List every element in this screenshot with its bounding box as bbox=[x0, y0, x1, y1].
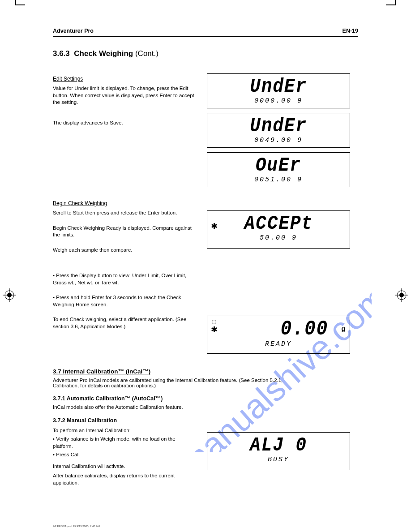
star-icon: ✱ bbox=[211, 325, 218, 335]
mancal-s2: • Verify balance is in Weigh mode, with … bbox=[53, 436, 196, 450]
cal-head: 3.7 Internal Calibration™ (InCal™) bbox=[53, 368, 150, 375]
mancal-s3: • Press Cal. bbox=[53, 451, 196, 459]
footer-smallprint: AP FRONT.pmd 19 9/13/2005, 7:45 AM bbox=[53, 525, 100, 528]
mancal-head: 3.7.2 Manual Calibration bbox=[53, 417, 117, 424]
autocal-p1: InCal models also offer the Automatic Ca… bbox=[53, 404, 295, 410]
circle-icon bbox=[212, 320, 216, 324]
edit-p1: Value for Under limit is displayed. To c… bbox=[53, 85, 196, 106]
begin-s2: Begin Check Weighing Ready is displayed.… bbox=[53, 225, 196, 239]
registration-mark-left bbox=[3, 288, 16, 302]
autocal-head: 3.7.1 Automatic Calibration™ (AutoCal™) bbox=[53, 395, 163, 402]
begin-s4: • Press the Display button to view: Unde… bbox=[53, 272, 196, 286]
star-icon: ✱ bbox=[211, 221, 218, 231]
lcd-ready: ✱ g 0.00 READY bbox=[207, 316, 350, 354]
mancal-s1: To perform an Internal Calibration: bbox=[53, 427, 196, 434]
lcd-under-0049: UndEr 0049.00 9 bbox=[207, 113, 350, 148]
mancal-s4: Internal Calibration will activate. bbox=[53, 463, 196, 470]
lcd-over-0051: OuEr 0051.00 9 bbox=[207, 152, 350, 187]
begin-s6: To end Check weighing, select a differen… bbox=[53, 316, 196, 330]
mancal-s5: After balance calibrates, display return… bbox=[53, 472, 196, 486]
registration-mark-right bbox=[395, 288, 408, 302]
lcd-under-0000: UndEr 0000.00 9 bbox=[207, 73, 350, 108]
begin-s3: Weigh each sample then compare. bbox=[53, 247, 196, 254]
lcd-accept: ✱ ACCEPt 50.00 9 bbox=[207, 210, 350, 249]
section-title: 3.6.3 Check Weighing (Cont.) bbox=[53, 49, 358, 58]
lcd-busy: ALJ 0 BUSY bbox=[207, 432, 350, 470]
header-brand: Adventurer Pro bbox=[53, 28, 94, 34]
begin-head: Begin Check Weighing bbox=[53, 200, 196, 207]
begin-s5: • Press and hold Enter for 3 seconds to … bbox=[53, 294, 196, 308]
header-page: EN-19 bbox=[342, 28, 358, 34]
edit-settings-head: Edit Settings bbox=[53, 75, 196, 82]
edit-p2: The display advances to Save. bbox=[53, 120, 196, 127]
cal-p1: Adventurer Pro InCal models are calibrat… bbox=[53, 378, 295, 388]
begin-s1: Scroll to Start then press and release t… bbox=[53, 210, 196, 217]
